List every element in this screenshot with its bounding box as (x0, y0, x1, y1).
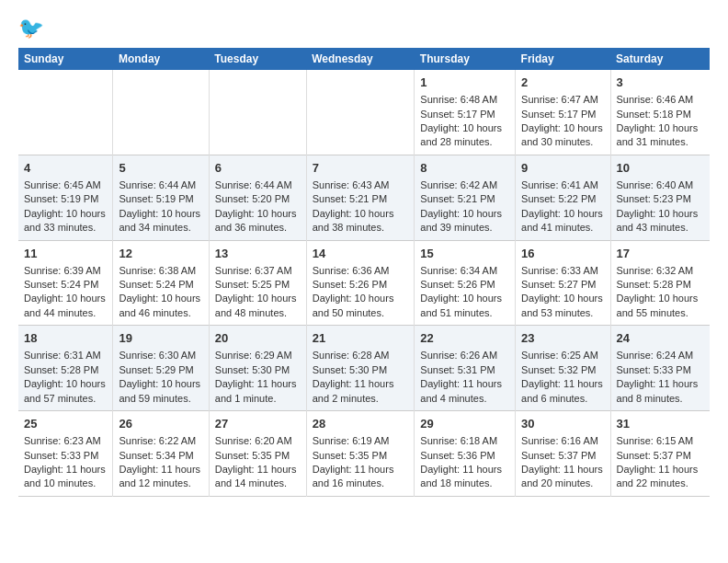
daylight-text: Daylight: 11 hours and 14 minutes. (215, 463, 301, 491)
calendar-cell: 31Sunrise: 6:15 AMSunset: 5:37 PMDayligh… (610, 411, 710, 497)
day-number: 31 (617, 416, 704, 432)
day-number: 17 (617, 246, 704, 262)
day-number: 25 (24, 416, 107, 432)
day-number: 18 (24, 330, 107, 347)
calendar-cell (306, 70, 415, 155)
calendar-week-row: 25Sunrise: 6:23 AMSunset: 5:33 PMDayligh… (18, 411, 710, 497)
daylight-text: Daylight: 10 hours and 34 minutes. (119, 207, 202, 236)
sunset-text: Sunset: 5:17 PM (521, 108, 604, 121)
calendar-cell: 28Sunrise: 6:19 AMSunset: 5:35 PMDayligh… (306, 411, 415, 497)
day-number: 16 (521, 246, 604, 262)
sunrise-text: Sunrise: 6:28 AM (313, 349, 409, 362)
sunset-text: Sunset: 5:18 PM (617, 108, 704, 121)
header-thursday: Thursday (415, 48, 516, 70)
sunset-text: Sunset: 5:17 PM (420, 108, 509, 121)
calendar-cell: 7Sunrise: 6:43 AMSunset: 5:21 PMDaylight… (306, 155, 415, 240)
sunrise-text: Sunrise: 6:40 AM (617, 178, 704, 192)
sunrise-text: Sunrise: 6:38 AM (119, 264, 202, 278)
calendar-cell: 15Sunrise: 6:34 AMSunset: 5:26 PMDayligh… (415, 240, 516, 326)
sunrise-text: Sunrise: 6:25 AM (521, 349, 604, 362)
sunrise-text: Sunrise: 6:41 AM (521, 178, 604, 192)
day-number: 19 (119, 330, 202, 347)
daylight-text: Daylight: 11 hours and 10 minutes. (24, 463, 107, 491)
sunrise-text: Sunrise: 6:37 AM (215, 264, 301, 278)
sunset-text: Sunset: 5:24 PM (119, 278, 202, 292)
daylight-text: Daylight: 11 hours and 12 minutes. (119, 463, 202, 491)
daylight-text: Daylight: 10 hours and 36 minutes. (215, 207, 301, 236)
day-number: 11 (24, 246, 107, 262)
calendar-cell: 6Sunrise: 6:44 AMSunset: 5:20 PMDaylight… (209, 155, 306, 240)
calendar-cell (209, 70, 306, 155)
calendar-week-row: 11Sunrise: 6:39 AMSunset: 5:24 PMDayligh… (18, 240, 710, 326)
calendar-cell: 20Sunrise: 6:29 AMSunset: 5:30 PMDayligh… (209, 326, 306, 411)
sunrise-text: Sunrise: 6:22 AM (119, 434, 202, 448)
daylight-text: Daylight: 10 hours and 55 minutes. (617, 292, 704, 320)
sunset-text: Sunset: 5:35 PM (215, 449, 301, 463)
day-number: 5 (119, 160, 202, 177)
calendar-cell: 4Sunrise: 6:45 AMSunset: 5:19 PMDaylight… (18, 155, 113, 240)
daylight-text: Daylight: 10 hours and 50 minutes. (313, 292, 409, 320)
calendar-table: SundayMondayTuesdayWednesdayThursdayFrid… (18, 48, 710, 497)
sunrise-text: Sunrise: 6:44 AM (119, 178, 202, 192)
sunrise-text: Sunrise: 6:46 AM (617, 93, 704, 107)
calendar-cell: 8Sunrise: 6:42 AMSunset: 5:21 PMDaylight… (415, 155, 516, 240)
daylight-text: Daylight: 10 hours and 31 minutes. (617, 121, 704, 150)
sunrise-text: Sunrise: 6:44 AM (215, 178, 301, 192)
sunset-text: Sunset: 5:26 PM (420, 278, 509, 292)
calendar-cell: 11Sunrise: 6:39 AMSunset: 5:24 PMDayligh… (18, 240, 113, 326)
sunrise-text: Sunrise: 6:30 AM (119, 349, 202, 362)
sunrise-text: Sunrise: 6:43 AM (313, 178, 409, 192)
calendar-cell: 1Sunrise: 6:48 AMSunset: 5:17 PMDaylight… (415, 70, 516, 155)
calendar-cell: 21Sunrise: 6:28 AMSunset: 5:30 PMDayligh… (306, 326, 415, 411)
daylight-text: Daylight: 10 hours and 51 minutes. (420, 292, 509, 320)
day-number: 2 (521, 75, 604, 91)
day-number: 3 (617, 75, 704, 91)
sunset-text: Sunset: 5:28 PM (617, 278, 704, 292)
sunrise-text: Sunrise: 6:34 AM (420, 264, 509, 278)
calendar-cell (113, 70, 209, 155)
sunrise-text: Sunrise: 6:32 AM (617, 264, 704, 278)
daylight-text: Daylight: 10 hours and 30 minutes. (521, 121, 604, 150)
page-header: 🐦 (18, 15, 710, 40)
daylight-text: Daylight: 10 hours and 48 minutes. (215, 292, 301, 320)
header-sunday: Sunday (18, 48, 113, 70)
calendar-cell: 3Sunrise: 6:46 AMSunset: 5:18 PMDaylight… (610, 70, 710, 155)
daylight-text: Daylight: 11 hours and 1 minute. (215, 377, 301, 406)
logo: 🐦 (18, 15, 48, 40)
sunset-text: Sunset: 5:28 PM (24, 363, 107, 377)
calendar-cell: 30Sunrise: 6:16 AMSunset: 5:37 PMDayligh… (516, 411, 610, 497)
calendar-cell: 26Sunrise: 6:22 AMSunset: 5:34 PMDayligh… (113, 411, 209, 497)
calendar-cell: 17Sunrise: 6:32 AMSunset: 5:28 PMDayligh… (610, 240, 710, 326)
day-number: 8 (420, 160, 509, 177)
sunset-text: Sunset: 5:29 PM (119, 363, 202, 377)
daylight-text: Daylight: 10 hours and 39 minutes. (420, 207, 509, 236)
calendar-cell: 18Sunrise: 6:31 AMSunset: 5:28 PMDayligh… (18, 326, 113, 411)
sunrise-text: Sunrise: 6:48 AM (420, 93, 509, 107)
logo-bird-icon: 🐦 (18, 15, 44, 40)
sunset-text: Sunset: 5:19 PM (119, 192, 202, 206)
svg-text:🐦: 🐦 (18, 16, 44, 40)
calendar-cell: 2Sunrise: 6:47 AMSunset: 5:17 PMDaylight… (516, 70, 610, 155)
daylight-text: Daylight: 11 hours and 20 minutes. (521, 463, 604, 491)
sunset-text: Sunset: 5:22 PM (521, 192, 604, 206)
sunrise-text: Sunrise: 6:16 AM (521, 434, 604, 448)
sunset-text: Sunset: 5:30 PM (215, 363, 301, 377)
daylight-text: Daylight: 11 hours and 6 minutes. (521, 377, 604, 406)
sunrise-text: Sunrise: 6:26 AM (420, 349, 509, 362)
daylight-text: Daylight: 11 hours and 22 minutes. (617, 463, 704, 491)
daylight-text: Daylight: 10 hours and 44 minutes. (24, 292, 107, 320)
sunrise-text: Sunrise: 6:24 AM (617, 349, 704, 362)
day-number: 24 (617, 330, 704, 347)
day-number: 4 (24, 160, 107, 177)
daylight-text: Daylight: 11 hours and 16 minutes. (313, 463, 409, 491)
sunset-text: Sunset: 5:34 PM (119, 449, 202, 463)
day-number: 9 (521, 160, 604, 177)
daylight-text: Daylight: 11 hours and 8 minutes. (617, 377, 704, 406)
day-number: 22 (420, 330, 509, 347)
sunset-text: Sunset: 5:26 PM (313, 278, 409, 292)
calendar-cell: 9Sunrise: 6:41 AMSunset: 5:22 PMDaylight… (516, 155, 610, 240)
sunset-text: Sunset: 5:23 PM (617, 192, 704, 206)
sunset-text: Sunset: 5:20 PM (215, 192, 301, 206)
sunrise-text: Sunrise: 6:23 AM (24, 434, 107, 448)
calendar-cell: 13Sunrise: 6:37 AMSunset: 5:25 PMDayligh… (209, 240, 306, 326)
